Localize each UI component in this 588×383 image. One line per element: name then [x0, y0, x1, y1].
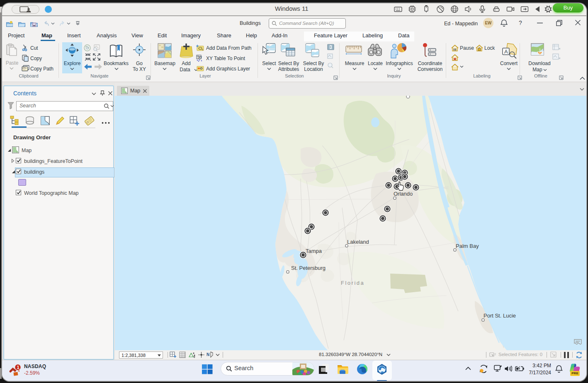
svg-text:1: 1 [17, 365, 19, 370]
svg-text:Tampa: Tampa [306, 248, 322, 254]
svg-text:Lakeland: Lakeland [347, 239, 369, 245]
svg-text:Port St. Lucie: Port St. Lucie [484, 313, 516, 319]
svg-text:St. Petersburg: St. Petersburg [291, 265, 326, 271]
svg-text:Florida: Florida [341, 280, 364, 286]
svg-text:Orlando: Orlando [394, 191, 413, 197]
svg-text:Palm Bay: Palm Bay [456, 243, 479, 249]
svg-text:XY: XY [199, 56, 202, 59]
svg-text:N: N [207, 352, 209, 357]
svg-text:A: A [504, 48, 508, 55]
